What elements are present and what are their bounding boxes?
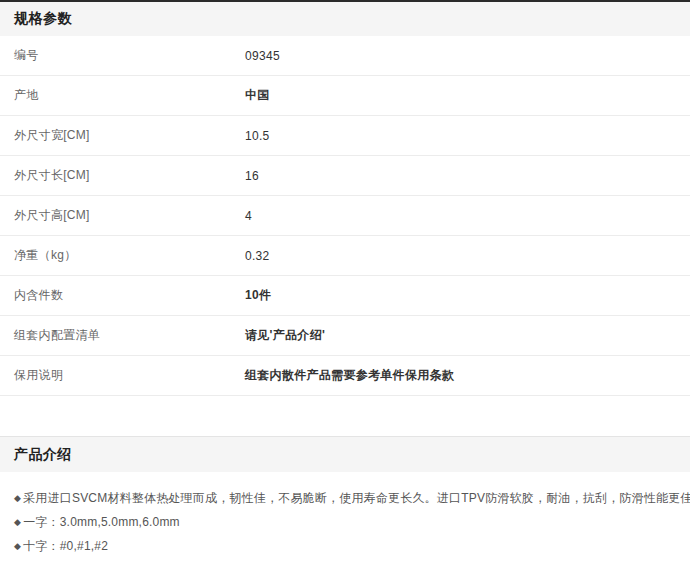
- intro-section-header: 产品介绍: [0, 436, 690, 472]
- intro-body: ◆采用进口SVCM材料整体热处理而成，韧性佳，不易脆断，使用寿命更长久。进口TP…: [0, 472, 690, 558]
- spec-section-title: 规格参数: [14, 10, 72, 28]
- section-gap: [0, 396, 690, 436]
- intro-bullet-line: ◆十字：#0,#1,#2: [14, 534, 676, 558]
- diamond-bullet-icon: ◆: [14, 510, 21, 534]
- spec-row-label: 内含件数: [14, 287, 245, 304]
- spec-row: 组套内配置清单请见'产品介绍': [0, 316, 690, 356]
- spec-row-label: 产地: [14, 87, 245, 104]
- spec-row-value: 4: [245, 209, 252, 223]
- spec-row-label: 外尺寸长[CM]: [14, 167, 245, 184]
- spec-table: 编号09345产地中国外尺寸宽[CM]10.5外尺寸长[CM]16外尺寸高[CM…: [0, 36, 690, 396]
- intro-section: 产品介绍 ◆采用进口SVCM材料整体热处理而成，韧性佳，不易脆断，使用寿命更长久…: [0, 436, 690, 558]
- spec-row-value: 请见'产品介绍': [245, 327, 325, 344]
- spec-row-label: 净重（kg）: [14, 247, 245, 264]
- spec-row-label: 保用说明: [14, 367, 245, 384]
- spec-row: 产地中国: [0, 76, 690, 116]
- spec-section: 规格参数 编号09345产地中国外尺寸宽[CM]10.5外尺寸长[CM]16外尺…: [0, 0, 690, 396]
- spec-row: 外尺寸高[CM]4: [0, 196, 690, 236]
- spec-row: 内含件数10件: [0, 276, 690, 316]
- intro-bullet-line: ◆采用进口SVCM材料整体热处理而成，韧性佳，不易脆断，使用寿命更长久。进口TP…: [14, 486, 676, 510]
- spec-section-header: 规格参数: [0, 0, 690, 36]
- spec-row-value: 09345: [245, 49, 280, 63]
- spec-row-value: 组套内散件产品需要参考单件保用条款: [245, 367, 454, 384]
- spec-row-label: 组套内配置清单: [14, 327, 245, 344]
- spec-row-label: 外尺寸高[CM]: [14, 207, 245, 224]
- spec-row-value: 中国: [245, 87, 270, 104]
- diamond-bullet-icon: ◆: [14, 534, 21, 558]
- spec-row: 外尺寸宽[CM]10.5: [0, 116, 690, 156]
- spec-row-value: 10.5: [245, 129, 270, 143]
- intro-bullet-line: ◆一字：3.0mm,5.0mm,6.0mm: [14, 510, 676, 534]
- spec-row-label: 编号: [14, 47, 245, 64]
- diamond-bullet-icon: ◆: [14, 486, 21, 510]
- intro-bullet-text: 一字：3.0mm,5.0mm,6.0mm: [23, 515, 180, 529]
- intro-section-title: 产品介绍: [14, 446, 72, 464]
- spec-row: 编号09345: [0, 36, 690, 76]
- spec-row: 保用说明组套内散件产品需要参考单件保用条款: [0, 356, 690, 396]
- spec-row-value: 10件: [245, 287, 271, 304]
- spec-row-value: 16: [245, 169, 259, 183]
- intro-bullet-text: 十字：#0,#1,#2: [23, 539, 108, 553]
- spec-row: 外尺寸长[CM]16: [0, 156, 690, 196]
- spec-row-label: 外尺寸宽[CM]: [14, 127, 245, 144]
- intro-bullet-text: 采用进口SVCM材料整体热处理而成，韧性佳，不易脆断，使用寿命更长久。进口TPV…: [23, 491, 690, 505]
- spec-row: 净重（kg）0.32: [0, 236, 690, 276]
- spec-row-value: 0.32: [245, 249, 270, 263]
